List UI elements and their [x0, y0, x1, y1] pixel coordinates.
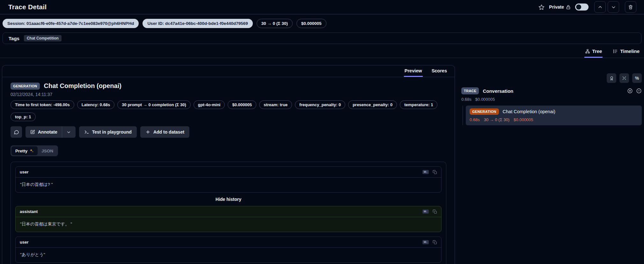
comment-button[interactable]: [11, 126, 22, 138]
message-user-2: user M↓ "ありがとう": [15, 237, 442, 263]
message-role: user: [20, 240, 28, 245]
tree-icon: [585, 49, 590, 54]
hide-history-button[interactable]: Hide history: [15, 197, 442, 202]
plus-icon: [145, 129, 150, 135]
annotate-icon: [30, 129, 35, 135]
trace-stats: 0.68s $0.000005: [461, 97, 642, 102]
trace-badge: TRACE: [461, 87, 479, 94]
actions-row: Annotate Test in playground Add to datas…: [11, 126, 446, 138]
metric-badges-row-1: Time to first token: -498.00s Latency: 0…: [11, 100, 446, 109]
message-user-1: user M↓ "日本の首都は? ": [15, 166, 442, 193]
metric-temperature: temperature: 1: [400, 100, 437, 109]
terminal-icon: [84, 129, 89, 135]
delete-trace-button[interactable]: [625, 1, 636, 13]
message-assistant: assistant M↓ "日本の首都は東京です。 ": [15, 206, 442, 232]
metric-presence-penalty: presence_penalty: 0: [348, 100, 397, 109]
trace-title: Conversation: [483, 88, 513, 94]
collapse-icon: [622, 76, 626, 80]
timeline-icon: [613, 49, 618, 54]
lock-icon: [566, 5, 571, 10]
metric-latency: Latency: 0.68s: [77, 100, 115, 109]
tree-children: GENERATION Chat Completion (openai) 0.68…: [463, 106, 642, 125]
tab-preview[interactable]: Preview: [404, 65, 423, 77]
generation-latency: 0.68s: [470, 117, 480, 122]
tag-chip[interactable]: Chat Competition: [24, 35, 62, 41]
playground-button[interactable]: Test in playground: [79, 126, 137, 138]
trace-tree-panel: % TRACE Conversation 0.68s $0.000005 GEN…: [461, 65, 644, 125]
format-toggle: Pretty JSON: [11, 145, 58, 156]
tags-box: Tags Chat Competition: [3, 33, 641, 44]
trace-root-row[interactable]: TRACE Conversation: [461, 87, 642, 94]
message-content: "日本の首都は東京です。 ": [16, 217, 441, 232]
tab-tree[interactable]: Tree: [584, 46, 603, 58]
markdown-icon[interactable]: M↓: [422, 209, 429, 214]
copy-icon[interactable]: [433, 209, 437, 214]
format-pretty-button[interactable]: Pretty: [11, 146, 38, 155]
metric-frequency-penalty: frequency_penalty: 0: [295, 100, 345, 109]
meta-badges-row: Session: 01aaacf6-e0fe-457d-a7de-7c1ee08…: [0, 14, 644, 32]
next-trace-button[interactable]: [608, 1, 619, 13]
message-role: assistant: [20, 209, 38, 214]
panel-tabs: Preview Scores: [2, 65, 455, 77]
metric-top-p: top_p: 1: [11, 113, 36, 121]
annotate-split-button: Annotate: [26, 126, 76, 138]
annotate-dropdown-button[interactable]: [62, 126, 76, 138]
scores-toggle-button[interactable]: [607, 73, 616, 83]
view-tabs: Tree Timeline: [0, 46, 644, 58]
markdown-icon[interactable]: M↓: [422, 170, 429, 174]
award-icon: [609, 76, 614, 81]
top-header: Trace Detail Private: [0, 0, 644, 14]
trace-latency: 0.68s: [461, 97, 472, 102]
copy-icon[interactable]: [433, 170, 437, 174]
comment-icon: [14, 129, 19, 135]
format-json-button[interactable]: JSON: [38, 146, 57, 155]
generation-title: Chat Completion (openai): [503, 109, 555, 114]
metric-badges-row-2: top_p: 1: [11, 113, 446, 121]
annotate-button[interactable]: Annotate: [26, 126, 62, 138]
tags-label: Tags: [9, 36, 19, 41]
privacy-toggle[interactable]: [575, 4, 589, 11]
metric-tokens: 30 prompt → 0 completion (Σ 30): [117, 100, 190, 109]
tab-scores[interactable]: Scores: [431, 65, 448, 77]
metric-cost: $0.000005: [228, 100, 256, 109]
percent-metrics-button[interactable]: %: [632, 73, 642, 83]
collapse-all-circle-icon[interactable]: [636, 88, 642, 94]
privacy-label: Private: [549, 4, 571, 10]
cost-badge: $0.000005: [296, 19, 326, 28]
chevron-up-icon: [598, 5, 603, 10]
expand-all-icon[interactable]: [627, 88, 633, 94]
session-badge[interactable]: Session: 01aaacf6-e0fe-457d-a7de-7c1ee08…: [3, 19, 139, 28]
observation-panel: Preview Scores GENERATION Chat Completio…: [2, 65, 455, 264]
trace-cost: $0.000005: [475, 97, 495, 102]
prev-trace-button[interactable]: [594, 1, 606, 13]
tree-controls: %: [461, 73, 642, 83]
generation-badge: GENERATION: [470, 108, 499, 115]
generation-type-badge: GENERATION: [11, 83, 40, 90]
token-usage-badge: 30 → 0 (Σ 30): [257, 19, 293, 28]
trash-icon: [628, 4, 633, 10]
sparkles-icon: [29, 149, 34, 153]
message-role: user: [20, 170, 28, 174]
messages-container: user M↓ "日本の首都は? " Hide history assistan…: [11, 162, 446, 264]
page-title: Trace Detail: [8, 3, 47, 11]
generation-tree-item[interactable]: GENERATION Chat Completion (openai) 0.68…: [466, 106, 642, 125]
collapse-all-button[interactable]: [619, 73, 629, 83]
generation-tokens: 30 → 0 (Σ 30): [484, 117, 509, 122]
user-id-badge[interactable]: User ID: dc47a41e-06bc-400d-bde1-f0e440d…: [143, 19, 252, 28]
observation-title: Chat Completion (openai): [44, 82, 121, 90]
add-to-dataset-button[interactable]: Add to dataset: [140, 126, 189, 138]
message-content: "ありがとう": [16, 248, 441, 262]
star-icon[interactable]: [538, 4, 545, 10]
chevron-down-icon: [611, 5, 616, 10]
metric-model[interactable]: gpt-4o-mini: [194, 100, 225, 109]
markdown-icon[interactable]: M↓: [422, 240, 429, 244]
metric-stream: stream: true: [259, 100, 292, 109]
observation-timestamp: 02/12/2024, 14:11:37: [11, 92, 446, 97]
copy-icon[interactable]: [433, 240, 437, 245]
toggle-knob: [576, 4, 581, 10]
chevron-down-icon: [67, 130, 71, 134]
tab-timeline[interactable]: Timeline: [612, 46, 640, 58]
message-content: "日本の首都は? ": [16, 178, 441, 192]
metric-ttft: Time to first token: -498.00s: [11, 100, 74, 109]
generation-cost: $0.000005: [514, 117, 533, 122]
